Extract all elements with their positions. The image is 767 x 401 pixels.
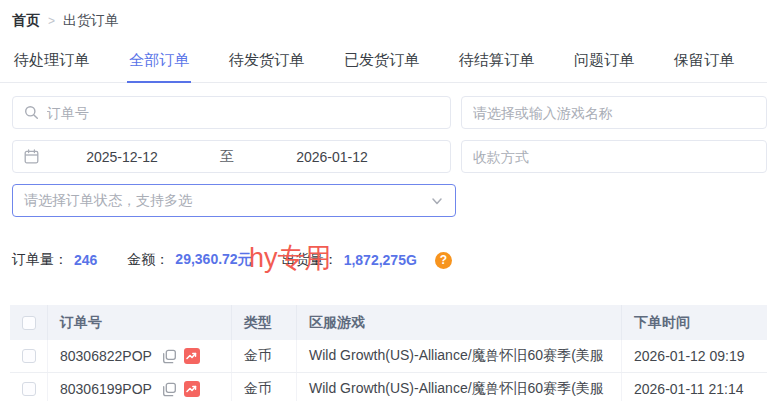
order-type: 金币 bbox=[232, 373, 297, 401]
row-checkbox[interactable] bbox=[22, 382, 36, 396]
order-time: 2026-01-11 21:14 bbox=[622, 373, 767, 401]
game-name-input[interactable] bbox=[473, 105, 755, 121]
order-id: 80306199POP bbox=[60, 381, 152, 397]
calendar-icon bbox=[24, 149, 39, 164]
chevron-down-icon bbox=[430, 194, 444, 208]
order-status-placeholder: 请选择订单状态，支持多选 bbox=[24, 192, 192, 210]
order-game: Wild Growth(US)-Alliance/魔兽怀旧60赛季(美服 bbox=[297, 340, 622, 372]
order-tabs: 待处理订单 全部订单 待发货订单 已发货订单 待结算订单 问题订单 保留订单 bbox=[0, 43, 767, 83]
row-checkbox[interactable] bbox=[22, 349, 36, 363]
chart-image-icon[interactable] bbox=[184, 381, 200, 397]
payment-method-box[interactable] bbox=[461, 140, 767, 173]
orders-table: 订单号 类型 区服游戏 下单时间 80306822POP 金币 Wild Gro… bbox=[10, 305, 767, 401]
breadcrumb: 首页 > 出货订单 bbox=[0, 0, 767, 30]
shipping-orders-page: 首页 > 出货订单 待处理订单 全部订单 待发货订单 已发货订单 待结算订单 问… bbox=[0, 0, 767, 401]
end-date[interactable]: 2026-01-12 bbox=[257, 149, 407, 165]
tab-to-ship[interactable]: 待发货订单 bbox=[227, 43, 306, 83]
order-status-select[interactable]: 请选择订单状态，支持多选 bbox=[12, 184, 456, 217]
amount-stat: 金额： 29,360.72元 bbox=[127, 251, 251, 269]
order-number-input[interactable] bbox=[47, 105, 439, 121]
amount-label: 金额： bbox=[127, 251, 169, 269]
start-date[interactable]: 2025-12-12 bbox=[47, 149, 197, 165]
filter-panel: 2025-12-12 至 2026-01-12 请选择订单状态，支持多选 hy专… bbox=[0, 83, 767, 217]
tab-pending[interactable]: 待处理订单 bbox=[12, 43, 91, 83]
column-order-id: 订单号 bbox=[48, 305, 232, 340]
order-id: 80306822POP bbox=[60, 348, 152, 364]
date-range-picker[interactable]: 2025-12-12 至 2026-01-12 bbox=[12, 140, 451, 173]
order-game: Wild Growth(US)-Alliance/魔兽怀旧60赛季(美服 bbox=[297, 373, 622, 401]
table-row[interactable]: 80306199POP 金币 Wild Growth(US)-Alliance/… bbox=[10, 373, 767, 401]
payment-method-input[interactable] bbox=[473, 149, 755, 165]
copy-icon[interactable] bbox=[162, 382, 177, 397]
tab-reserved[interactable]: 保留订单 bbox=[672, 43, 736, 83]
tab-shipped[interactable]: 已发货订单 bbox=[342, 43, 421, 83]
date-range-separator: 至 bbox=[197, 148, 257, 166]
tab-to-settle[interactable]: 待结算订单 bbox=[457, 43, 536, 83]
order-time: 2026-01-12 09:19 bbox=[622, 340, 767, 372]
help-icon[interactable]: ? bbox=[435, 252, 452, 269]
order-count-value: 246 bbox=[74, 252, 97, 268]
breadcrumb-separator: > bbox=[48, 14, 55, 28]
table-header-row: 订单号 类型 区服游戏 下单时间 bbox=[10, 305, 767, 340]
select-all-checkbox[interactable] bbox=[22, 316, 36, 330]
order-count-stat: 订单量： 246 bbox=[12, 251, 97, 269]
tab-all-orders[interactable]: 全部订单 bbox=[127, 43, 191, 83]
column-game: 区服游戏 bbox=[297, 305, 622, 340]
order-number-search-box[interactable] bbox=[12, 96, 451, 129]
breadcrumb-home[interactable]: 首页 bbox=[12, 12, 40, 30]
shipment-value: 1,872,275G bbox=[344, 252, 417, 268]
order-count-label: 订单量： bbox=[12, 251, 68, 269]
order-type: 金币 bbox=[232, 340, 297, 372]
hy-annotation-text: hy专用 bbox=[249, 240, 332, 276]
column-type: 类型 bbox=[232, 305, 297, 340]
summary-bar: 订单量： 246 金额： 29,360.72元 出货量： 1,872,275G … bbox=[12, 251, 767, 269]
table-row[interactable]: 80306822POP 金币 Wild Growth(US)-Alliance/… bbox=[10, 340, 767, 373]
tab-problem[interactable]: 问题订单 bbox=[572, 43, 636, 83]
amount-value: 29,360.72元 bbox=[175, 251, 251, 269]
column-order-time: 下单时间 bbox=[622, 305, 767, 340]
copy-icon[interactable] bbox=[162, 349, 177, 364]
search-icon bbox=[24, 105, 39, 120]
breadcrumb-current: 出货订单 bbox=[63, 12, 119, 30]
game-name-box[interactable] bbox=[461, 96, 767, 129]
chart-image-icon[interactable] bbox=[184, 348, 200, 364]
